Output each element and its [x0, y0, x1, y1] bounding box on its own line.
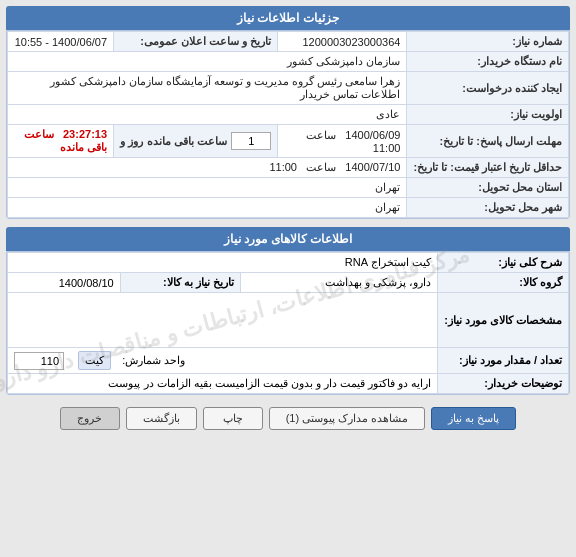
- section1-header: جزئیات اطلاعات نیاز: [6, 6, 570, 30]
- value-shenase: 1200003023000364: [278, 32, 407, 52]
- value-ostan: تهران: [8, 178, 407, 198]
- table-row: حداقل تاریخ اعتبار قیمت: تا تاریخ: 1400/…: [8, 158, 569, 178]
- label-ostan: استان محل تحویل:: [407, 178, 569, 198]
- value-tarikh-aalan: 1400/06/07 - 10:55: [8, 32, 114, 52]
- value-shahr: تهران: [8, 198, 407, 218]
- value-creator: زهرا سامعی رئیس گروه مدیریت و توسعه آزما…: [8, 72, 407, 105]
- label-moshakhasat: مشخصات کالای مورد نیاز:: [438, 293, 569, 348]
- label-tozih: توضیحات خریدار:: [438, 374, 569, 394]
- table-row: اولویت نیاز: عادی: [8, 105, 569, 125]
- chap-button[interactable]: چاپ: [203, 407, 263, 430]
- value-tozih: ارایه دو فاکتور قیمت دار و بدون قیمت الز…: [8, 374, 438, 394]
- label-sharh: شرح کلی نیاز:: [438, 253, 569, 273]
- table-row: ایجاد کننده درخواست: زهرا سامعی رئیس گرو…: [8, 72, 569, 105]
- info-table: شماره نیاز: 1200003023000364 تاریخ و ساع…: [7, 31, 569, 218]
- creator-text: زهرا سامعی رئیس گروه مدیریت و توسعه آزما…: [50, 75, 401, 87]
- table-row: تعداد / مقدار مورد نیاز: واحد شمارش: کیت: [8, 348, 569, 374]
- label-priority: اولویت نیاز:: [407, 105, 569, 125]
- label-khardar: نام دستگاه خریدار:: [407, 52, 569, 72]
- table-row: مهلت ارسال پاسخ: تا تاریخ: 1400/06/09 سا…: [8, 125, 569, 158]
- table-row: شهر محل تحویل: تهران: [8, 198, 569, 218]
- value-priority: عادی: [8, 105, 407, 125]
- label-group: گروه کالا:: [438, 273, 569, 293]
- bazgasht-button[interactable]: بازگشت: [126, 407, 197, 430]
- days-label: ساعت باقی مانده: [147, 135, 227, 148]
- table-row: مشخصات کالای مورد نیاز: مرکز فناوری اطلا…: [8, 293, 569, 348]
- pasokh-button[interactable]: پاسخ به نیاز: [431, 407, 516, 430]
- table-row: نام دستگاه خریدار: سازمان دامپزشکی کشور: [8, 52, 569, 72]
- value-mohlet-date: 1400/06/09 ساعت 11:00: [278, 125, 407, 158]
- section2-block: شرح کلی نیاز: کیت استخراج RNA گروه کالا:…: [6, 251, 570, 395]
- value-tedad: واحد شمارش: کیت: [8, 348, 438, 374]
- khoroj-button[interactable]: خروج: [60, 407, 120, 430]
- days-input[interactable]: [231, 132, 271, 150]
- label-shahr: شهر محل تحویل:: [407, 198, 569, 218]
- bottom-buttons: پاسخ به نیاز مشاهده مدارک پیوستی (1) چاپ…: [6, 403, 570, 434]
- section2-header: اطلاعات کالاهای مورد نیاز: [6, 227, 570, 251]
- value-sharh: کیت استخراج RNA: [8, 253, 438, 273]
- label-etebar: حداقل تاریخ اعتبار قیمت: تا تاریخ:: [407, 158, 569, 178]
- label-tedad: تعداد / مقدار مورد نیاز:: [438, 348, 569, 374]
- table-row: توضیحات خریدار: ارایه دو فاکتور قیمت دار…: [8, 374, 569, 394]
- label-creator: ایجاد کننده درخواست:: [407, 72, 569, 105]
- modarek-button[interactable]: مشاهده مدارک پیوستی (1): [269, 407, 426, 430]
- goods-table: شرح کلی نیاز: کیت استخراج RNA گروه کالا:…: [7, 252, 569, 394]
- value-tarikh-niaz: 1400/08/10: [8, 273, 121, 293]
- value-moshakhasat: مرکز فناوری اطلاعات، ارتباطات و مناقصات …: [8, 293, 438, 348]
- table-row: شرح کلی نیاز: کیت استخراج RNA: [8, 253, 569, 273]
- table-row: شماره نیاز: 1200003023000364 تاریخ و ساع…: [8, 32, 569, 52]
- label-shenase: شماره نیاز:: [407, 32, 569, 52]
- label-baqimande: ساعت باقی مانده روز و: [114, 125, 278, 158]
- days-text: روز و: [120, 135, 143, 148]
- value-etebar: 1400/07/10 ساعت 11:00: [8, 158, 407, 178]
- value-group: دارو، پزشکی و بهداشت: [240, 273, 437, 293]
- section1-block: شماره نیاز: 1200003023000364 تاریخ و ساع…: [6, 30, 570, 219]
- label-tarikh-aalan: تاریخ و ساعت اعلان عمومی:: [114, 32, 278, 52]
- contact-link[interactable]: اطلاعات تماس خریدار: [300, 88, 400, 100]
- timer-value: 23:27:13 ساعت باقی مانده: [8, 125, 114, 158]
- label-tarikh-niaz: تاریخ نیاز به کالا:: [120, 273, 240, 293]
- label-mohlet: مهلت ارسال پاسخ: تا تاریخ:: [407, 125, 569, 158]
- unit-label: واحد شمارش:: [122, 354, 185, 367]
- table-row: گروه کالا: دارو، پزشکی و بهداشت تاریخ نی…: [8, 273, 569, 293]
- quantity-input[interactable]: [14, 352, 64, 370]
- table-row: استان محل تحویل: تهران: [8, 178, 569, 198]
- unit-value: کیت: [78, 351, 111, 370]
- page-container: جزئیات اطلاعات نیاز شماره نیاز: 12000030…: [0, 0, 576, 440]
- value-khardar: سازمان دامپزشکی کشور: [8, 52, 407, 72]
